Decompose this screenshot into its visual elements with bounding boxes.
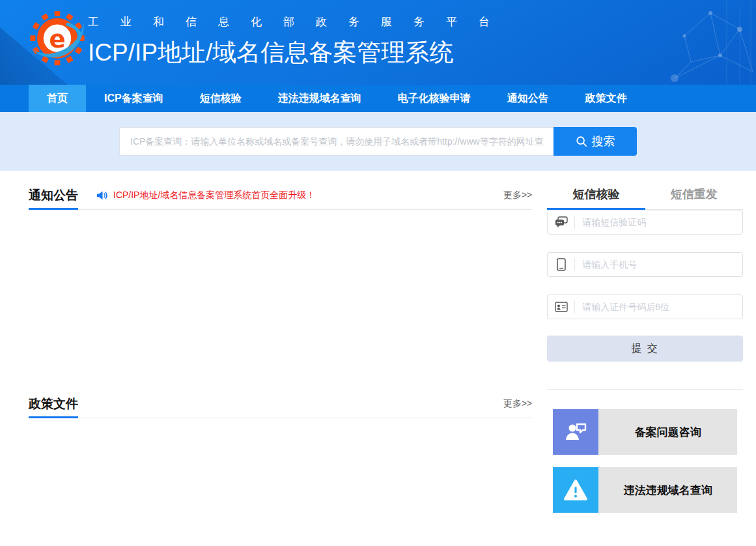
warning-icon — [553, 467, 598, 513]
right-column-divider — [547, 389, 743, 390]
consult-quick-link[interactable]: 备案问题咨询 — [553, 409, 737, 455]
illegal-domain-quick-link[interactable]: 违法违规域名查询 — [553, 467, 737, 513]
notice-section-title: 通知公告 — [29, 188, 78, 203]
speaker-icon — [96, 190, 107, 201]
tab-sms-resend[interactable]: 短信重发 — [645, 188, 743, 209]
notice-more-link[interactable]: 更多>> — [503, 190, 532, 201]
search-button-label: 搜索 — [592, 134, 615, 149]
sms-panel-tabs: 短信核验 短信重发 — [547, 188, 743, 210]
tab-sms-verify[interactable]: 短信核验 — [547, 188, 645, 209]
miit-gear-logo-icon: e — [27, 7, 87, 77]
svg-text:e: e — [49, 25, 65, 53]
nav-item-policy[interactable]: 政策文件 — [567, 85, 645, 112]
announcement-item[interactable]: ICP/IP地址/域名信息备案管理系统首页全面升级！ — [96, 190, 315, 201]
id-card-icon — [548, 300, 575, 313]
main-nav: 首页 ICP备案查询 短信核验 违法违规域名查询 电子化核验申请 通知公告 政策… — [0, 85, 756, 112]
phone-field — [547, 252, 743, 277]
id-number-input[interactable] — [575, 302, 742, 312]
search-icon — [576, 136, 587, 147]
header-network-decoration — [606, 0, 756, 85]
illegal-domain-link-label: 违法违规域名查询 — [598, 467, 737, 513]
sms-code-field — [547, 210, 743, 235]
right-column: 短信核验 短信重发 — [547, 188, 743, 513]
header-banner: e 工业和信息化部政务服务平台 ICP/IP地址/域名信息备案管理系统 — [0, 0, 756, 85]
phone-input[interactable] — [575, 259, 742, 270]
left-column: 通知公告 ICP/IP地址/域名信息备案管理系统首页全面升级！ 更多>> 政策文… — [29, 188, 532, 513]
sms-code-input[interactable] — [575, 217, 742, 227]
policy-section-head: 政策文件 更多>> — [29, 396, 532, 418]
consult-icon — [553, 409, 598, 455]
nav-item-icp-query[interactable]: ICP备案查询 — [86, 85, 182, 112]
nav-item-sms-verify[interactable]: 短信核验 — [182, 85, 260, 112]
sms-icon — [548, 216, 575, 229]
system-title: ICP/IP地址/域名信息备案管理系统 — [88, 36, 511, 69]
main-content: 通知公告 ICP/IP地址/域名信息备案管理系统首页全面升级！ 更多>> 政策文… — [0, 171, 756, 513]
policy-more-link[interactable]: 更多>> — [503, 398, 532, 410]
nav-item-notice[interactable]: 通知公告 — [489, 85, 567, 112]
submit-button[interactable]: 提 交 — [547, 336, 743, 362]
page: e 工业和信息化部政务服务平台 ICP/IP地址/域名信息备案管理系统 首页 I… — [0, 0, 756, 546]
notice-section-head: 通知公告 ICP/IP地址/域名信息备案管理系统首页全面升级！ 更多>> — [29, 188, 532, 210]
consult-link-label: 备案问题咨询 — [598, 409, 737, 455]
nav-item-illegal-domain-query[interactable]: 违法违规域名查询 — [260, 85, 380, 112]
notice-list-area — [29, 210, 532, 396]
policy-section-title: 政策文件 — [29, 396, 78, 411]
platform-title: 工业和信息化部政务服务平台 — [88, 14, 511, 29]
id-number-field — [547, 295, 743, 319]
search-bar: 搜索 — [119, 127, 637, 156]
announcement-text: ICP/IP地址/域名信息备案管理系统首页全面升级！ — [113, 190, 315, 201]
nav-item-home[interactable]: 首页 — [29, 85, 86, 112]
nav-item-electronic-verify-apply[interactable]: 电子化核验申请 — [380, 85, 489, 112]
phone-icon — [548, 258, 575, 271]
search-strip: 搜索 — [0, 112, 756, 171]
icp-search-input[interactable] — [119, 127, 553, 156]
search-button[interactable]: 搜索 — [553, 127, 637, 156]
